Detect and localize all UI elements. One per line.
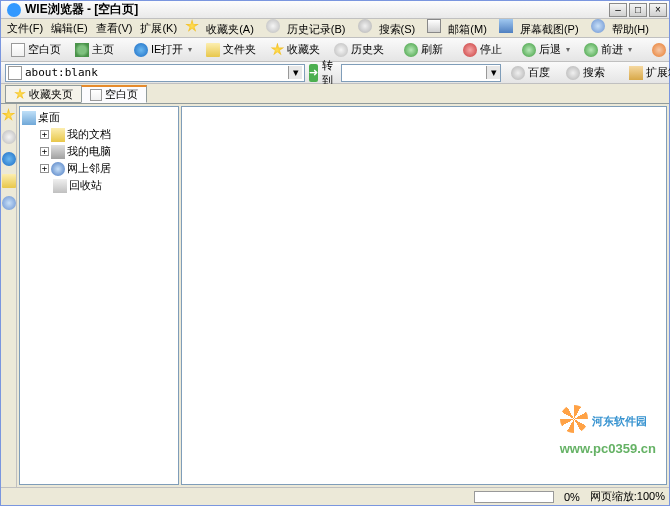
page-icon	[11, 43, 25, 57]
forward-icon	[584, 43, 598, 57]
sidebar-ie-icon[interactable]	[2, 152, 16, 166]
extension-box-button[interactable]: 扩展箱	[623, 62, 670, 83]
window-title: WIE浏览器 - [空白页]	[25, 1, 609, 18]
menubar: 文件(F) 编辑(E) 查看(V) 扩展(K) 收藏夹(A) 历史记录(B) 搜…	[1, 19, 669, 38]
refresh-button[interactable]: 刷新	[398, 39, 449, 60]
star-icon	[270, 43, 284, 57]
home-button[interactable]: 主页	[69, 39, 120, 60]
home-icon	[75, 43, 89, 57]
tab-favorites-page[interactable]: 收藏夹页	[5, 85, 82, 103]
refresh-icon	[404, 43, 418, 57]
menu-search[interactable]: 搜索(S)	[354, 17, 424, 39]
url-input[interactable]	[25, 66, 288, 79]
sidebar-favorites-icon[interactable]	[2, 108, 16, 122]
url-dropdown[interactable]: ▾	[288, 66, 302, 79]
main-toolbar: 空白页 主页 IE打开▾ 文件夹 收藏夹 历史夹 刷新 停止 后退▾ 前进▾ 关…	[1, 38, 669, 62]
history-icon	[334, 43, 348, 57]
forward-button[interactable]: 前进▾	[578, 39, 638, 60]
tree-node-documents[interactable]: +我的文档	[22, 126, 176, 143]
page-icon	[90, 89, 102, 101]
recycle-icon	[53, 179, 67, 193]
history-icon	[266, 19, 280, 33]
search-field[interactable]: ▾	[341, 64, 501, 82]
screenshot-icon	[499, 19, 513, 33]
close-button[interactable]: 关闭▾	[646, 39, 670, 60]
page-icon	[8, 66, 22, 80]
menu-extend[interactable]: 扩展(K)	[136, 19, 181, 38]
app-icon	[7, 3, 21, 17]
expand-icon[interactable]: +	[40, 130, 49, 139]
tree-node-computer[interactable]: +我的电脑	[22, 143, 176, 160]
search-dropdown[interactable]: ▾	[486, 66, 500, 79]
documents-icon	[51, 128, 65, 142]
star-icon	[14, 88, 26, 100]
back-button[interactable]: 后退▾	[516, 39, 576, 60]
help-icon	[591, 19, 605, 33]
ie-open-button[interactable]: IE打开▾	[128, 39, 198, 60]
blank-page-button[interactable]: 空白页	[5, 39, 67, 60]
address-bar: ▾ ➜ 转到 ▾ 百度 搜索 扩展箱	[1, 62, 669, 84]
menu-history[interactable]: 历史记录(B)	[262, 17, 354, 39]
go-label: 转到	[322, 58, 333, 88]
baidu-button[interactable]: 百度	[505, 62, 556, 83]
tree-node-network[interactable]: +网上邻居	[22, 160, 176, 177]
progress-bar	[474, 491, 554, 503]
minimize-button[interactable]: –	[609, 3, 627, 17]
zoom-text: 网页缩放:100%	[590, 489, 665, 504]
menu-view[interactable]: 查看(V)	[92, 19, 137, 38]
computer-icon	[51, 145, 65, 159]
tree-panel[interactable]: 桌面 +我的文档 +我的电脑 +网上邻居 回收站	[19, 106, 179, 485]
go-button[interactable]: ➜	[309, 64, 318, 82]
baidu-icon	[511, 66, 525, 80]
search-icon	[358, 19, 372, 33]
menu-screenshot[interactable]: 屏幕截图(P)	[495, 17, 587, 39]
menu-help[interactable]: 帮助(H)	[587, 17, 657, 39]
progress-text: 0%	[564, 491, 580, 503]
search-icon	[566, 66, 580, 80]
extension-icon	[629, 66, 643, 80]
watermark: 河东软件园 www.pc0359.cn	[560, 405, 656, 459]
url-field[interactable]: ▾	[5, 64, 305, 82]
app-window: WIE浏览器 - [空白页] – □ × 文件(F) 编辑(E) 查看(V) 扩…	[0, 0, 670, 506]
menu-edit[interactable]: 编辑(E)	[47, 19, 92, 38]
sidebar-history-icon[interactable]	[2, 130, 16, 144]
folder-button[interactable]: 文件夹	[200, 39, 262, 60]
tree-node-desktop[interactable]: 桌面	[22, 109, 176, 126]
page-content[interactable]: 河东软件园 www.pc0359.cn	[181, 106, 667, 485]
close-icon	[652, 43, 666, 57]
tab-blank-page[interactable]: 空白页	[81, 85, 147, 103]
sidebar-help-icon[interactable]	[2, 196, 16, 210]
expand-icon[interactable]: +	[40, 164, 49, 173]
stop-icon	[463, 43, 477, 57]
folder-icon	[206, 43, 220, 57]
sidebar-folder-icon[interactable]	[2, 174, 16, 188]
chevron-down-icon[interactable]: ▾	[628, 45, 632, 54]
panel-tabs: 收藏夹页 空白页	[1, 84, 669, 104]
expand-icon[interactable]: +	[40, 147, 49, 156]
history-button[interactable]: 历史夹	[328, 39, 390, 60]
back-icon	[522, 43, 536, 57]
maximize-button[interactable]: □	[629, 3, 647, 17]
chevron-down-icon[interactable]: ▾	[188, 45, 192, 54]
window-controls: – □ ×	[609, 3, 667, 17]
watermark-logo-icon	[560, 405, 588, 433]
stop-button[interactable]: 停止	[457, 39, 508, 60]
menu-mail[interactable]: 邮箱(M)	[423, 17, 495, 39]
body-area: 桌面 +我的文档 +我的电脑 +网上邻居 回收站 河东软件园 www.pc035…	[1, 104, 669, 487]
vertical-sidebar	[1, 104, 17, 487]
menu-file[interactable]: 文件(F)	[3, 19, 47, 38]
folder-tree: 桌面 +我的文档 +我的电脑 +网上邻居 回收站	[20, 107, 178, 196]
star-icon	[185, 19, 199, 33]
favorites-button[interactable]: 收藏夹	[264, 39, 326, 60]
desktop-icon	[22, 111, 36, 125]
network-icon	[51, 162, 65, 176]
menu-favorites[interactable]: 收藏夹(A)	[181, 17, 262, 39]
mail-icon	[427, 19, 441, 33]
ie-icon	[134, 43, 148, 57]
tree-node-recycle[interactable]: 回收站	[22, 177, 176, 194]
close-window-button[interactable]: ×	[649, 3, 667, 17]
statusbar: 0% 网页缩放:100%	[1, 487, 669, 505]
chevron-down-icon[interactable]: ▾	[566, 45, 570, 54]
search-button[interactable]: 搜索	[560, 62, 611, 83]
search-input[interactable]	[342, 67, 486, 79]
